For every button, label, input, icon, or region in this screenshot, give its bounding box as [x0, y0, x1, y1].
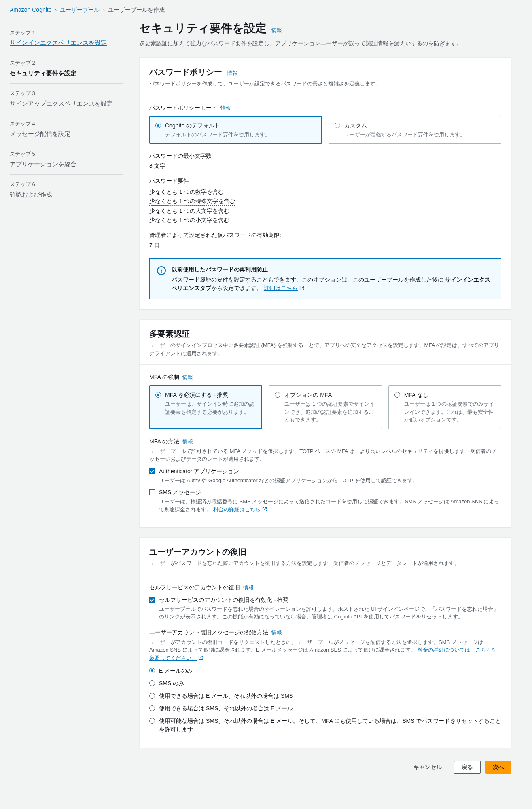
option-desc: ユーザーは、検証済み電話番号に SMS メッセージによって送信されたコードを使用…: [159, 498, 501, 513]
wizard-step-2[interactable]: ステップ 2 セキュリティ要件を設定: [10, 53, 123, 84]
panel-desc: ユーザーがパスワードを忘れた際にアカウントを復旧する方法を設定します。受信者のメ…: [149, 559, 501, 568]
step-label: ステップ 6: [10, 180, 123, 188]
wizard-step-3[interactable]: ステップ 3 サインアップエクスペリエンスを設定: [10, 84, 123, 114]
radio-label: 使用可能な場合は SMS、それ以外の場合は E メール。そして、MFA にも使用…: [159, 717, 501, 734]
breadcrumb-current: ユーザープールを作成: [108, 6, 165, 14]
alert-learn-more-link[interactable]: 詳細はこちら: [264, 285, 304, 291]
field-info-link[interactable]: 情報: [220, 104, 231, 112]
radio-label: SMS のみ: [159, 679, 501, 688]
policy-mode-custom[interactable]: カスタム ユーザーが定義するパスワード要件を使用します。: [329, 116, 501, 144]
option-title: Authenticator アプリケーション: [159, 467, 501, 476]
page-info-link[interactable]: 情報: [271, 27, 282, 33]
tile-title: MFA を必須にする - 推奨: [165, 392, 228, 398]
account-recovery-panel: ユーザーアカウントの復旧 ユーザーがパスワードを忘れた際にアカウントを復旧する方…: [139, 537, 511, 748]
alert-text-2: から設定できます。: [211, 285, 262, 291]
external-link-icon: [262, 506, 267, 511]
page-description: 多要素認証に加えて強力なパスワード要件を設定し、アプリケーションユーザーが誤って…: [139, 39, 511, 48]
step-title: セキュリティ要件を設定: [10, 69, 123, 78]
radio-icon: [155, 123, 161, 128]
req-item: 少なくとも 1 つの数字を含む: [149, 188, 501, 196]
field-label: パスワードポリシーモード: [149, 104, 217, 112]
mfa-optional-option[interactable]: オプションの MFA ユーザーは 1 つの認証要素でサインインでき、追加の認証要…: [269, 385, 382, 429]
breadcrumb: Amazon Cognito › ユーザープール › ユーザープールを作成: [0, 0, 532, 20]
requirements-label: パスワード要件: [149, 177, 501, 185]
step-label: ステップ 4: [10, 120, 123, 128]
req-item: 少なくとも 1 つの小文字を含む: [149, 216, 501, 224]
tile-desc: ユーザーが定義するパスワード要件を使用します。: [344, 131, 495, 139]
temp-password-label: 管理者によって設定された仮パスワードの有効期限:: [149, 231, 501, 239]
chevron-right-icon: ›: [103, 6, 105, 14]
delivery-hint: ユーザーがアカウントの復旧コードをリクエストしたときに、ユーザープールがメッセー…: [149, 638, 501, 662]
requirements-list: 少なくとも 1 つの数字を含む 少なくとも 1 つの特殊文字を含む 少なくとも …: [149, 188, 501, 224]
breadcrumb-link-1[interactable]: ユーザープール: [60, 6, 100, 14]
min-length-value: 8 文字: [149, 162, 501, 170]
step-title: サインアップエクスペリエンスを設定: [10, 99, 123, 108]
methods-hint: ユーザープールで許可されている MFA メソッドを選択します。TOTP ベースの…: [149, 447, 501, 463]
sms-message-checkbox[interactable]: [149, 489, 155, 495]
panel-title: パスワードポリシー: [149, 68, 222, 76]
tile-title: MFA なし: [404, 392, 428, 398]
delivery-sms-only-radio[interactable]: [149, 680, 155, 686]
sms-pricing-link[interactable]: 料金の詳細はこちら: [213, 506, 267, 513]
main-content: セキュリティ要件を設定 情報 多要素認証に加えて強力なパスワード要件を設定し、ア…: [139, 20, 511, 758]
req-item: 少なくとも 1 つの大文字を含む: [149, 207, 501, 215]
alert-title: 以前使用したパスワードの再利用防止: [172, 265, 494, 274]
option-title: セルフサービスのアカウントの復旧を有効化 - 推奨: [159, 596, 501, 604]
field-label: セルフサービスのアカウントの復旧: [149, 583, 240, 592]
enable-self-recovery-checkbox[interactable]: [149, 597, 155, 603]
wizard-sidebar: ステップ 1 サインインエクスペリエンスを設定 ステップ 2 セキュリティ要件を…: [10, 20, 123, 758]
authenticator-app-checkbox[interactable]: [149, 468, 155, 474]
radio-icon: [335, 123, 340, 128]
step-label: ステップ 1: [10, 29, 123, 37]
delivery-sms-mfa-radio[interactable]: [149, 718, 155, 724]
step-label: ステップ 3: [10, 89, 123, 97]
breadcrumb-link-0[interactable]: Amazon Cognito: [10, 6, 52, 14]
cancel-button[interactable]: キャンセル: [406, 761, 449, 774]
radio-label: 使用できる場合は E メール、それ以外の場合は SMS: [159, 692, 501, 700]
radio-label: E メールのみ: [159, 667, 501, 675]
wizard-step-5[interactable]: ステップ 5 アプリケーションを統合: [10, 144, 123, 175]
option-desc: ユーザーは Authy や Google Authenticator などの認証…: [159, 477, 501, 485]
step-title: サインインエクスペリエンスを設定: [10, 38, 123, 48]
delivery-sms-then-email-radio[interactable]: [149, 705, 155, 711]
field-info-link[interactable]: 情報: [182, 438, 193, 446]
min-length-label: パスワードの最小文字数: [149, 152, 501, 160]
radio-icon: [394, 392, 400, 398]
field-label: ユーザーアカウント復旧メッセージの配信方法: [149, 628, 268, 637]
step-title: メッセージ配信を設定: [10, 129, 123, 139]
tile-desc: デフォルトのパスワード要件を使用します。: [165, 131, 316, 139]
next-button[interactable]: 次へ: [485, 761, 511, 774]
delivery-email-only-radio[interactable]: [149, 668, 155, 673]
field-label: MFA の強制: [149, 373, 179, 381]
mfa-required-option[interactable]: MFA を必須にする - 推奨 ユーザーは、サインイン時に追加の認証要素を指定す…: [149, 385, 262, 429]
wizard-step-1[interactable]: ステップ 1 サインインエクスペリエンスを設定: [10, 23, 123, 53]
step-label: ステップ 2: [10, 59, 123, 67]
field-info-link[interactable]: 情報: [271, 629, 282, 637]
radio-icon: [155, 392, 161, 398]
wizard-step-6[interactable]: ステップ 6 確認および作成: [10, 175, 123, 205]
field-label: MFA の方法: [149, 437, 179, 446]
panel-info-link[interactable]: 情報: [227, 70, 237, 76]
option-desc: ユーザープールでパスワードを忘れた場合のオペレーションを許可します。ホストされた…: [159, 605, 501, 621]
req-item: 少なくとも 1 つの特殊文字を含む: [149, 197, 235, 206]
option-title: SMS メッセージ: [159, 488, 501, 497]
password-reuse-alert: i 以前使用したパスワードの再利用防止 パスワード履歴の要件を設定することもでき…: [149, 258, 501, 299]
radio-icon: [275, 392, 280, 398]
panel-title: ユーザーアカウントの復旧: [149, 547, 246, 556]
tile-title: オプションの MFA: [284, 392, 332, 398]
field-info-link[interactable]: 情報: [182, 373, 193, 381]
tile-desc: ユーザーは 1 つの認証要素でサインインでき、追加の認証要素を追加することもでき…: [284, 400, 375, 424]
mfa-none-option[interactable]: MFA なし ユーザーは 1 つの認証要素でのみサインインできます。これは、最も…: [388, 385, 501, 429]
mfa-panel: 多要素認証 ユーザーのサインインプロセス中に多要素認証 (MFA) を強制するこ…: [139, 319, 511, 527]
field-info-link[interactable]: 情報: [243, 584, 254, 592]
tile-title: カスタム: [344, 122, 367, 129]
step-title: 確認および作成: [10, 190, 123, 199]
policy-mode-default[interactable]: Cognito のデフォルト デフォルトのパスワード要件を使用します。: [149, 116, 322, 144]
wizard-step-4[interactable]: ステップ 4 メッセージ配信を設定: [10, 114, 123, 144]
password-policy-panel: パスワードポリシー 情報 パスワードポリシーを作成して、ユーザーが設定できるパス…: [139, 57, 511, 309]
delivery-email-then-sms-radio[interactable]: [149, 693, 155, 699]
panel-desc: ユーザーのサインインプロセス中に多要素認証 (MFA) を強制することで、アプリ…: [149, 341, 501, 357]
panel-desc: パスワードポリシーを作成して、ユーザーが設定できるパスワードの長さと複雑さを定義…: [149, 80, 501, 88]
back-button[interactable]: 戻る: [454, 761, 481, 774]
external-link-icon: [198, 654, 203, 659]
